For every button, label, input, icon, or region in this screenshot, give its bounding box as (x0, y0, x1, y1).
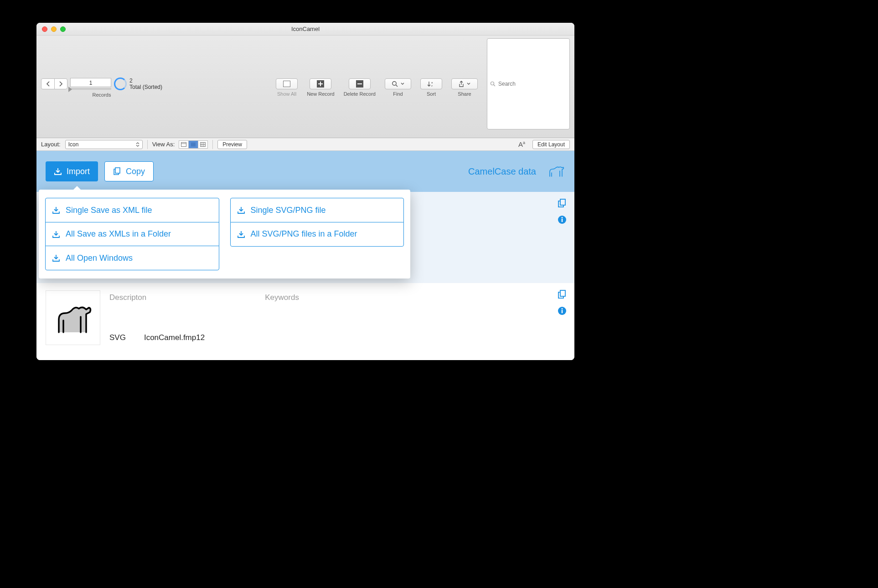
svg-text:a: a (431, 81, 433, 84)
share-group: Share (451, 78, 478, 97)
import-single-xml-button[interactable]: Single Save as XML file (45, 198, 219, 222)
svg-rect-16 (115, 168, 120, 173)
svg-rect-18 (560, 199, 565, 205)
record-fields: Descripton Keywords SVG IconCamel.fmp12 (109, 290, 547, 345)
next-record-button[interactable] (54, 79, 67, 89)
import-icon (54, 167, 62, 175)
share-icon (459, 81, 464, 87)
delete-record-label: Delete Record (344, 91, 376, 97)
svg-rect-21 (562, 219, 563, 222)
titlebar: IconCamel (36, 23, 574, 36)
import-icon (237, 230, 245, 238)
search-icon (490, 81, 496, 87)
sort-group: az Sort (420, 78, 442, 97)
view-as-label: View As: (152, 141, 175, 148)
record-filename: IconCamel.fmp12 (144, 333, 205, 342)
stack-icon (283, 81, 290, 87)
svg-point-0 (393, 82, 396, 85)
sort-button[interactable]: az (420, 78, 442, 89)
camel-logo-icon (547, 164, 565, 179)
import-icon (52, 254, 60, 262)
view-as-switcher (179, 140, 208, 149)
svg-rect-26 (562, 310, 563, 313)
new-record-group: New Record (307, 78, 335, 97)
svg-point-4 (491, 82, 494, 85)
record-slider[interactable] (70, 88, 111, 90)
actions-header: Import Copy CamelCase data Single Save a… (36, 151, 574, 192)
records-label: Records (93, 92, 111, 98)
import-all-open-windows-button[interactable]: All Open Windows (45, 246, 219, 270)
zoom-window-button[interactable] (60, 26, 66, 32)
import-icon (52, 206, 60, 214)
new-record-button[interactable] (310, 78, 331, 89)
svg-rect-23 (560, 290, 565, 296)
search-box[interactable] (487, 38, 570, 129)
row-copy-button[interactable] (557, 289, 567, 299)
show-all-label: Show All (277, 91, 296, 97)
header-title: CamelCase data (468, 166, 536, 177)
import-all-xml-folder-button[interactable]: All Save as XMLs in a Folder (45, 222, 219, 247)
find-button[interactable] (385, 78, 411, 89)
record-sorted: Total (Sorted) (129, 84, 162, 90)
record-total: 2 (129, 77, 162, 84)
layoutbar: Layout: Icon View As: Preview Aa Edit La… (36, 138, 574, 151)
description-label: Descripton (109, 293, 146, 302)
layout-select[interactable]: Icon (65, 140, 143, 149)
prev-record-button[interactable] (41, 79, 54, 89)
minus-icon (356, 80, 363, 88)
record-type: SVG (109, 333, 126, 342)
show-all-button[interactable] (276, 78, 298, 89)
view-list-button[interactable] (188, 140, 198, 149)
delete-record-button[interactable] (349, 78, 371, 89)
row-copy-button[interactable] (557, 198, 567, 208)
import-all-svg-png-folder-button[interactable]: All SVG/PNG files in a Folder (230, 222, 404, 247)
search-icon (392, 81, 398, 87)
svg-line-5 (494, 85, 495, 86)
app-window: IconCamel 1 (36, 23, 574, 360)
text-format-icon[interactable]: Aa (518, 140, 525, 148)
chevron-down-icon (467, 83, 470, 85)
svg-point-25 (562, 308, 563, 309)
preview-button[interactable]: Preview (217, 140, 247, 149)
window-title: IconCamel (36, 26, 574, 32)
row-info-button[interactable] (557, 306, 567, 316)
copy-icon (113, 167, 121, 175)
share-button[interactable] (451, 78, 478, 89)
select-arrows-icon (136, 142, 139, 147)
svg-text:z: z (431, 84, 433, 87)
import-dropdown: Single Save as XML file All Save as XMLs… (39, 190, 410, 279)
share-label: Share (458, 91, 471, 97)
current-record-input[interactable]: 1 (70, 78, 111, 87)
close-window-button[interactable] (42, 26, 47, 32)
toolbar: 1 2 Total (Sorted) Records Show All (36, 36, 574, 138)
layout-value: Icon (68, 141, 79, 148)
edit-layout-button[interactable]: Edit Layout (532, 140, 570, 149)
chevron-down-icon (401, 83, 404, 85)
import-button[interactable]: Import (46, 161, 98, 181)
sort-label: Sort (427, 91, 436, 97)
row-info-button[interactable] (557, 215, 567, 225)
import-icon (52, 230, 60, 238)
svg-line-1 (396, 85, 398, 87)
view-form-button[interactable] (179, 140, 189, 149)
layout-label: Layout: (41, 141, 61, 148)
minimize-window-button[interactable] (51, 26, 57, 32)
import-single-svg-png-button[interactable]: Single SVG/PNG file (230, 198, 404, 222)
record-thumbnail[interactable] (46, 290, 100, 345)
svg-point-20 (562, 217, 563, 218)
search-input[interactable] (498, 81, 567, 87)
traffic-lights (36, 26, 66, 32)
keywords-label: Keywords (265, 293, 299, 302)
record-meta: 2 Total (Sorted) (129, 77, 162, 90)
record-row[interactable]: Descripton Keywords SVG IconCamel.fmp12 (36, 283, 574, 352)
record-progress-icon (114, 77, 127, 90)
find-label: Find (393, 91, 403, 97)
record-nav (41, 78, 67, 89)
show-all-group: Show All (276, 78, 298, 97)
plus-icon (317, 80, 324, 88)
copy-button[interactable]: Copy (104, 161, 154, 181)
new-record-label: New Record (307, 91, 335, 97)
view-table-button[interactable] (198, 140, 208, 149)
search-group (487, 38, 570, 137)
records-group: 1 2 Total (Sorted) Records (41, 77, 162, 98)
